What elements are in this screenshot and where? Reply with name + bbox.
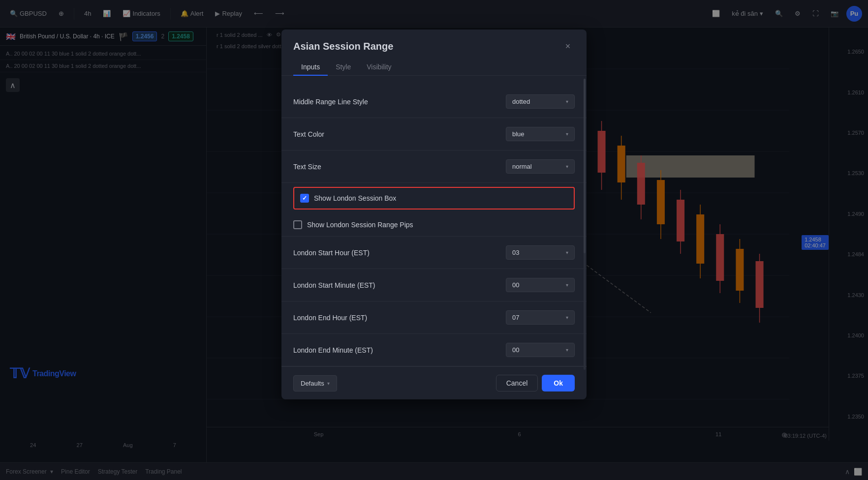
chevron-down-icon-5: ▾ [566, 282, 568, 288]
london-start-minute-label: London Start Minute (EST) [293, 281, 375, 289]
london-start-minute-select[interactable]: 00 ▾ [506, 278, 575, 292]
text-size-select[interactable]: normal ▾ [506, 159, 575, 174]
middle-range-label: Middle Range Line Style [293, 98, 368, 106]
london-end-hour-label: London End Hour (EST) [293, 314, 367, 322]
show-london-session-range-pips-label: Show London Session Range Pips [307, 221, 413, 229]
defaults-label: Defaults [301, 380, 324, 387]
chevron-down-icon-7: ▾ [566, 347, 568, 353]
london-start-hour-label: London Start Hour (EST) [293, 249, 370, 257]
london-start-hour-select[interactable]: 03 ▾ [506, 245, 575, 260]
scroll-indicator [584, 79, 586, 370]
scroll-thumb [584, 79, 586, 253]
modal-overlay: Asian Session Range × Inputs Style Visib… [0, 0, 868, 480]
chevron-down-icon-4: ▾ [566, 250, 568, 255]
london-end-minute-label: London End Minute (EST) [293, 346, 373, 354]
chevron-down-icon-6: ▾ [566, 315, 568, 320]
tab-visibility[interactable]: Visibility [359, 59, 399, 76]
chevron-down-icon: ▾ [566, 99, 568, 104]
show-london-session-box-row: Show London Session Box [293, 187, 575, 210]
text-size-label: Text Size [293, 163, 321, 171]
london-session-box-wrapper: Show London Session Box [281, 183, 587, 213]
defaults-button[interactable]: Defaults ▾ [293, 375, 337, 391]
ok-button[interactable]: Ok [542, 375, 575, 391]
london-end-hour-row: London End Hour (EST) 07 ▾ [281, 301, 587, 334]
text-color-select[interactable]: blue ▾ [506, 127, 575, 141]
middle-range-line-style-row: Middle Range Line Style dotted ▾ [281, 86, 587, 118]
london-start-minute-row: London Start Minute (EST) 00 ▾ [281, 269, 587, 301]
defaults-chevron-icon: ▾ [327, 381, 330, 386]
london-end-minute-row: London End Minute (EST) 00 ▾ [281, 334, 587, 366]
dialog-header: Asian Session Range × [281, 30, 587, 53]
text-color-value: blue [512, 130, 525, 138]
footer-actions: Cancel Ok [496, 375, 575, 391]
cancel-button[interactable]: Cancel [496, 375, 538, 391]
show-london-session-box-checkbox[interactable] [300, 194, 309, 203]
dialog-tabs: Inputs Style Visibility [281, 53, 587, 76]
chevron-down-icon-3: ▾ [566, 164, 568, 169]
close-button[interactable]: × [561, 39, 575, 53]
dialog-body: Middle Range Line Style dotted ▾ Text Co… [281, 76, 587, 366]
london-start-hour-row: London Start Hour (EST) 03 ▾ [281, 237, 587, 269]
london-end-minute-select[interactable]: 00 ▾ [506, 343, 575, 357]
chevron-down-icon-2: ▾ [566, 131, 568, 137]
london-start-minute-value: 00 [512, 281, 519, 289]
london-end-minute-value: 00 [512, 346, 519, 354]
show-london-session-box-label: Show London Session Box [314, 194, 396, 202]
middle-range-select[interactable]: dotted ▾ [506, 94, 575, 109]
text-color-label: Text Color [293, 130, 324, 138]
text-size-row: Text Size normal ▾ [281, 150, 587, 183]
middle-range-value: dotted [512, 98, 530, 105]
london-end-hour-value: 07 [512, 314, 519, 321]
london-end-hour-select[interactable]: 07 ▾ [506, 310, 575, 325]
text-size-value: normal [512, 163, 532, 170]
text-color-row: Text Color blue ▾ [281, 118, 587, 150]
dialog: Asian Session Range × Inputs Style Visib… [281, 30, 587, 399]
show-london-session-range-pips-row: Show London Session Range Pips [281, 213, 587, 237]
show-london-session-range-pips-checkbox[interactable] [293, 220, 302, 229]
tab-inputs[interactable]: Inputs [293, 59, 328, 76]
dialog-title: Asian Session Range [293, 41, 393, 52]
tab-style[interactable]: Style [328, 59, 359, 76]
london-start-hour-value: 03 [512, 249, 519, 256]
dialog-footer: Defaults ▾ Cancel Ok [281, 366, 587, 399]
